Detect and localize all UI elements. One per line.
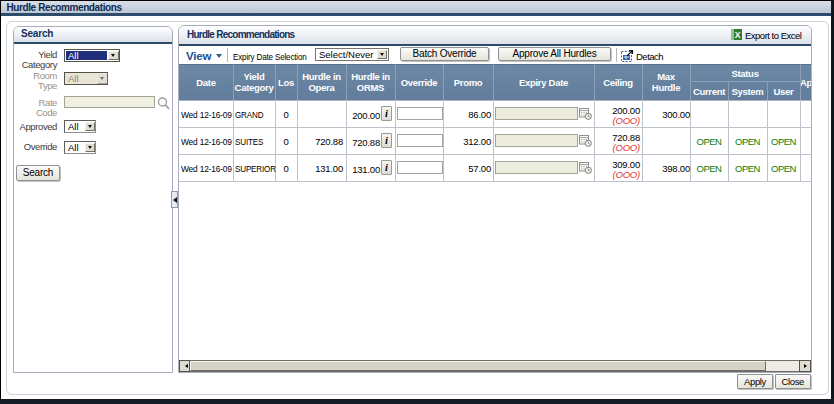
svg-text:X: X	[735, 30, 741, 40]
